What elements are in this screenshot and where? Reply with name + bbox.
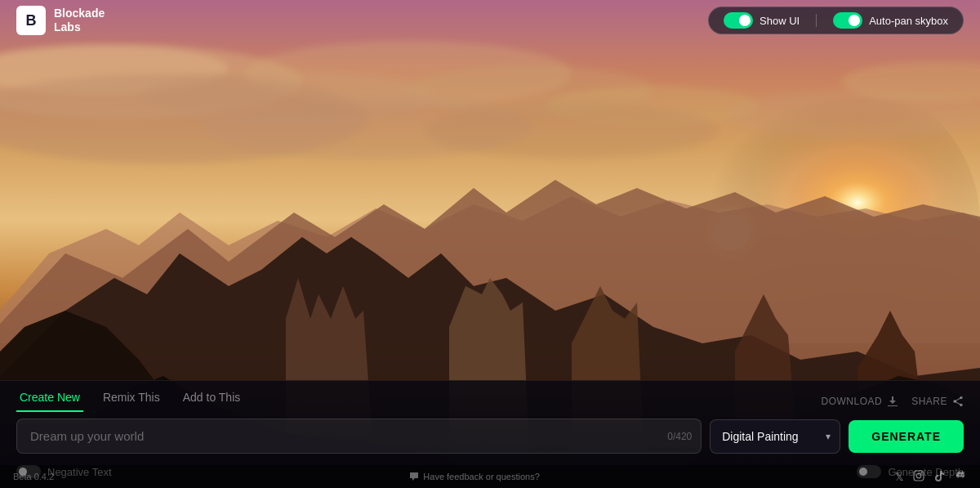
show-ui-toggle-item: Show UI	[724, 12, 800, 29]
style-select[interactable]: Digital Painting Realistic Anime Waterco…	[710, 419, 840, 454]
tiktok-icon[interactable]	[934, 470, 946, 484]
svg-point-24	[921, 472, 923, 473]
feedback-text: Have feedback or questions?	[423, 472, 539, 481]
style-select-wrap: Digital Painting Realistic Anime Waterco…	[710, 419, 840, 454]
svg-point-23	[916, 473, 921, 478]
auto-pan-label: Auto-pan skybox	[869, 15, 948, 27]
char-count: 0/420	[667, 431, 692, 442]
version-text: Beta 0.4.2	[13, 472, 54, 481]
panel-tabs: Create New Remix This Add to This DOWNLO…	[0, 381, 980, 412]
generate-button[interactable]: GENERATE	[849, 420, 964, 453]
download-label: DOWNLOAD	[821, 396, 882, 407]
svg-rect-22	[914, 471, 924, 481]
svg-line-21	[955, 401, 961, 405]
instagram-icon[interactable]	[913, 470, 924, 484]
feedback-link[interactable]: Have feedback or questions?	[409, 472, 539, 481]
show-ui-toggle[interactable]	[724, 12, 753, 29]
twitter-icon[interactable]: 𝕏	[895, 471, 903, 483]
top-bar: B BlockadeLabs Show UI Auto-pan skybox	[0, 0, 980, 41]
svg-line-20	[955, 398, 961, 402]
footer-bar: Beta 0.4.2 Have feedback or questions? 𝕏	[0, 465, 980, 488]
controls-divider	[816, 14, 817, 27]
feedback-icon	[409, 472, 419, 481]
logo: B BlockadeLabs	[16, 6, 105, 35]
prompt-input-wrap: 0/420	[16, 419, 702, 454]
panel-input-row: 0/420 Digital Painting Realistic Anime W…	[0, 412, 980, 462]
logo-icon: B	[16, 6, 46, 35]
auto-pan-toggle[interactable]	[833, 12, 862, 29]
prompt-input[interactable]	[16, 419, 702, 454]
share-label: SHARE	[911, 396, 947, 407]
share-action[interactable]: SHARE	[911, 396, 964, 407]
logo-text: BlockadeLabs	[54, 7, 105, 34]
download-icon	[887, 396, 898, 407]
share-icon	[952, 396, 964, 407]
panel-actions: DOWNLOAD SHARE	[821, 396, 964, 407]
social-icons: 𝕏	[895, 470, 967, 484]
tab-add-to-this[interactable]: Add to This	[180, 391, 244, 412]
tab-remix-this[interactable]: Remix This	[100, 391, 163, 412]
top-controls: Show UI Auto-pan skybox	[708, 7, 964, 34]
show-ui-label: Show UI	[760, 15, 800, 27]
svg-point-12	[425, 102, 719, 159]
auto-pan-toggle-item: Auto-pan skybox	[833, 12, 948, 29]
tab-create-new[interactable]: Create New	[16, 391, 83, 412]
download-action[interactable]: DOWNLOAD	[821, 396, 898, 407]
discord-icon[interactable]	[956, 470, 967, 484]
